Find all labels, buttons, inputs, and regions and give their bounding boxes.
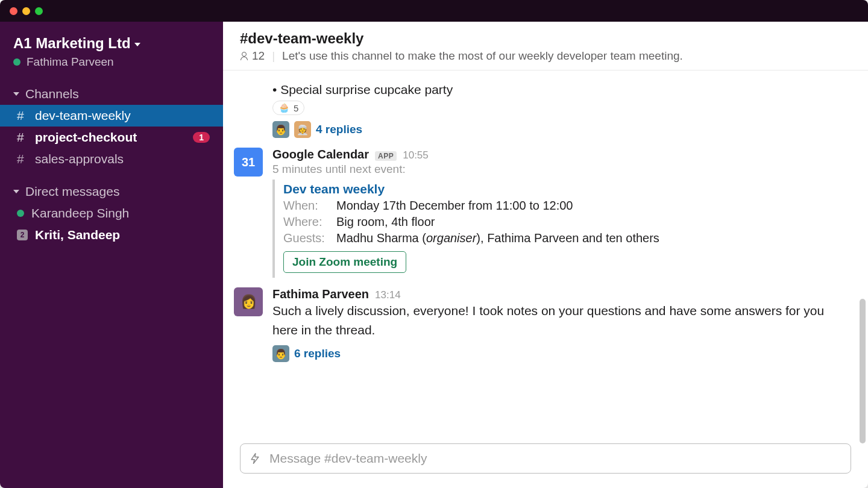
caret-down-icon	[13, 92, 19, 96]
channel-title[interactable]: #dev-team-weekly	[240, 30, 851, 47]
channel-item-dev-team-weekly[interactable]: # dev-team-weekly	[0, 105, 223, 127]
workspace-name-label: A1 Marketing Ltd	[13, 35, 131, 52]
group-dm-icon: 2	[17, 230, 28, 240]
user-avatar-icon[interactable]: 👩	[234, 287, 263, 316]
member-count-value: 12	[252, 49, 265, 63]
event-title-link[interactable]: Dev team weekly	[283, 182, 851, 196]
bullet-text: Special surprise cupcake party	[280, 83, 453, 96]
message-previous-tail: • Special surprise cupcake party 🧁 5 👨 👳	[234, 77, 851, 142]
dm-item-kriti-sandeep[interactable]: 2 Kriti, Sandeep	[0, 224, 223, 246]
message-input[interactable]	[269, 451, 842, 466]
composer-area	[223, 443, 868, 488]
app-body: A1 Marketing Ltd Fathima Parveen Channel…	[0, 22, 868, 488]
window-maximize-button[interactable]	[35, 7, 43, 15]
reply-avatar-icon: 👨	[272, 345, 289, 362]
hash-icon: #	[17, 130, 28, 145]
channel-item-project-checkout[interactable]: # project-checkout 1	[0, 127, 223, 148]
section-label: Direct messages	[25, 184, 119, 199]
message-google-calendar: 31 Google Calendar APP 10:55 5 minutes u…	[234, 142, 851, 281]
chevron-down-icon	[134, 43, 140, 46]
presence-active-icon	[13, 58, 20, 66]
guests-value: Madhu Sharma (organiser), Fathima Parvee…	[336, 231, 659, 245]
sidebar-section-dms[interactable]: Direct messages	[0, 181, 223, 202]
join-zoom-button[interactable]: Join Zoom meeting	[283, 251, 406, 273]
reaction-cupcake[interactable]: 🧁 5	[272, 101, 304, 115]
message-fathima: 👩 Fathima Parveen 13:14 Such a lively di…	[234, 281, 851, 366]
scrollbar-thumb[interactable]	[860, 299, 866, 443]
message-sender[interactable]: Google Calendar	[272, 148, 369, 161]
replies-link[interactable]: 6 replies	[294, 347, 341, 360]
channel-topic[interactable]: Let's use this channel to make the most …	[282, 49, 683, 63]
guests-pre: Madhu Sharma (	[336, 231, 426, 245]
message-body: Such a lively discussion, everyone! I to…	[272, 301, 851, 339]
guests-post: ), Fathima Parveen and ten others	[476, 231, 659, 245]
window-minimize-button[interactable]	[22, 7, 30, 15]
reaction-row: 🧁 5	[272, 101, 851, 115]
sidebar-section-channels[interactable]: Channels	[0, 83, 223, 105]
message-list[interactable]: • Special surprise cupcake party 🧁 5 👨 👳	[223, 70, 868, 443]
message-composer[interactable]	[240, 443, 851, 474]
calendar-preface: 5 minutes until next event:	[272, 163, 851, 176]
current-user-label: Fathima Parveen	[27, 55, 114, 69]
when-value: Monday 17th December from 11:00 to 12:00	[336, 199, 573, 213]
cupcake-emoji-icon: 🧁	[278, 102, 290, 113]
workspace-name[interactable]: A1 Marketing Ltd	[13, 35, 210, 52]
channel-label: sales-approvals	[35, 152, 124, 166]
message-timestamp: 10:55	[403, 149, 429, 161]
hash-icon: #	[17, 152, 28, 166]
channel-header: #dev-team-weekly 12 | Let's use this cha…	[223, 22, 868, 70]
reply-avatar-icon: 👨	[272, 121, 289, 138]
calendar-attachment: Dev team weekly When: Monday 17th Decemb…	[272, 180, 851, 278]
guests-label: Guests:	[283, 231, 332, 245]
message-sender[interactable]: Fathima Parveen	[272, 287, 369, 301]
presence-active-icon	[17, 210, 24, 217]
channel-label: project-checkout	[35, 130, 137, 145]
dm-label: Kriti, Sandeep	[35, 228, 120, 242]
caret-down-icon	[13, 190, 19, 193]
channel-subheader: 12 | Let's use this channel to make the …	[240, 49, 851, 63]
divider-icon: |	[272, 49, 275, 63]
section-label: Channels	[25, 87, 79, 101]
guests-em: organiser	[426, 231, 476, 245]
window-titlebar	[0, 0, 868, 22]
when-label: When:	[283, 199, 332, 213]
lightning-icon[interactable]	[249, 452, 261, 465]
thread-summary[interactable]: 👨 6 replies	[272, 345, 851, 362]
person-icon	[240, 52, 248, 60]
calendar-app-avatar-icon[interactable]: 31	[234, 148, 263, 177]
hash-icon: #	[17, 108, 28, 123]
unread-badge: 1	[193, 132, 210, 143]
reaction-count: 5	[294, 103, 298, 113]
sidebar: A1 Marketing Ltd Fathima Parveen Channel…	[0, 22, 223, 488]
where-value: Big room, 4th floor	[336, 215, 435, 229]
channel-label: dev-team-weekly	[35, 108, 131, 123]
main-panel: #dev-team-weekly 12 | Let's use this cha…	[223, 22, 868, 488]
app-badge: APP	[375, 151, 397, 161]
reply-avatar-icon: 👳	[294, 121, 311, 138]
replies-link[interactable]: 4 replies	[316, 123, 362, 136]
workspace-header[interactable]: A1 Marketing Ltd Fathima Parveen	[0, 30, 223, 80]
message-timestamp: 13:14	[375, 289, 401, 301]
bullet-line: • Special surprise cupcake party	[272, 83, 851, 97]
app-window: A1 Marketing Ltd Fathima Parveen Channel…	[0, 0, 868, 488]
dm-item-karandeep[interactable]: Karandeep Singh	[0, 202, 223, 224]
window-close-button[interactable]	[10, 7, 17, 15]
channel-item-sales-approvals[interactable]: # sales-approvals	[0, 148, 223, 170]
thread-summary[interactable]: 👨 👳 4 replies	[272, 121, 851, 138]
member-count[interactable]: 12	[240, 49, 265, 63]
dm-label: Karandeep Singh	[31, 206, 129, 221]
where-label: Where:	[283, 215, 332, 229]
current-user-row[interactable]: Fathima Parveen	[13, 55, 210, 69]
